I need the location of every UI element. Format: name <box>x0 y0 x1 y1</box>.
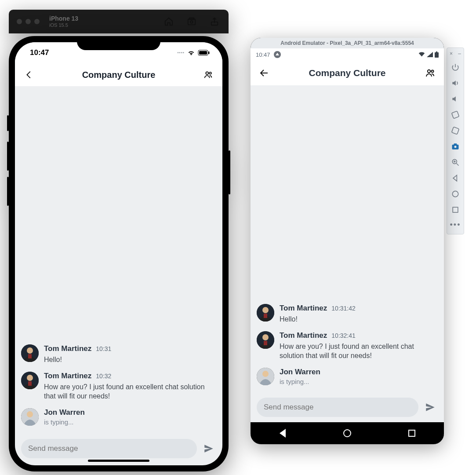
participants-button[interactable] <box>201 68 215 82</box>
nav-home-icon[interactable] <box>449 186 461 202</box>
message-input-wrap[interactable] <box>257 398 418 417</box>
app-header: Company Culture <box>251 61 444 85</box>
back-button[interactable] <box>22 68 36 82</box>
simulator-device-label: iPhone 13 iOS 15.5 <box>49 15 78 27</box>
message-time: 10:31:42 <box>331 305 356 312</box>
message-row: Tom Martinez 10:31 Hello! <box>21 344 216 365</box>
message-composer <box>251 395 444 422</box>
battery-icon <box>435 51 439 58</box>
svg-point-39 <box>452 191 458 197</box>
android-emulator: Android Emulator - Pixel_3a_API_31_arm64… <box>251 38 464 444</box>
send-button[interactable] <box>423 400 438 415</box>
svg-point-29 <box>262 371 269 377</box>
android-frame: Android Emulator - Pixel_3a_API_31_arm64… <box>251 38 444 444</box>
app-header: Company Culture <box>15 63 222 86</box>
message-input-wrap[interactable] <box>21 439 197 458</box>
nav-home-button[interactable] <box>342 428 352 438</box>
message-time: 10:32 <box>96 373 111 380</box>
message-input[interactable] <box>28 444 190 453</box>
ios-clock: 10:47 <box>30 48 49 57</box>
message-row: Tom Martinez 10:31:42 Hello! <box>257 304 438 324</box>
nav-back-icon[interactable] <box>449 170 461 186</box>
message-text: Hello! <box>280 314 438 324</box>
power-icon[interactable] <box>449 59 461 75</box>
window-traffic-lights[interactable] <box>17 19 40 24</box>
svg-point-2 <box>190 21 193 23</box>
svg-rect-31 <box>451 127 459 134</box>
typing-indicator-row: Jon Warren is typing... <box>257 368 438 385</box>
svg-point-20 <box>428 70 430 73</box>
emulator-side-toolbar: × – ••• <box>447 48 464 234</box>
svg-rect-14 <box>28 381 32 386</box>
rotate-right-icon[interactable] <box>449 123 461 139</box>
message-author: Tom Martinez <box>44 344 91 353</box>
send-button[interactable] <box>201 441 216 456</box>
more-icon[interactable]: ••• <box>450 220 461 230</box>
android-clock: 10:47 <box>256 51 270 58</box>
svg-point-33 <box>454 146 457 148</box>
toolbar-minimize-button[interactable]: – <box>458 51 461 57</box>
svg-rect-6 <box>208 51 210 54</box>
page-title: Company Culture <box>82 70 156 80</box>
wifi-icon <box>418 52 425 57</box>
iphone-simulator: iPhone 13 iOS 15.5 10:47 •••• <box>9 10 229 471</box>
avatar[interactable] <box>257 331 274 349</box>
cellular-dots-icon: •••• <box>177 51 185 55</box>
screenshot-icon[interactable] <box>185 15 199 29</box>
avatar[interactable] <box>257 304 274 322</box>
svg-rect-17 <box>435 52 439 58</box>
svg-point-21 <box>431 70 433 73</box>
page-title: Company Culture <box>309 68 385 78</box>
toolbar-close-button[interactable]: × <box>450 51 453 57</box>
message-time: 10:32:41 <box>331 332 356 339</box>
message-time: 10:31 <box>96 345 111 352</box>
avatar[interactable] <box>21 408 39 426</box>
expo-icon <box>274 51 281 58</box>
nav-recents-icon[interactable] <box>449 202 461 218</box>
back-button[interactable] <box>257 66 272 80</box>
rotate-left-icon[interactable] <box>449 107 461 123</box>
battery-icon <box>198 50 210 56</box>
nav-back-button[interactable] <box>278 428 287 438</box>
message-author: Tom Martinez <box>280 331 327 340</box>
participants-button[interactable] <box>423 66 438 80</box>
android-status-bar: 10:47 <box>251 48 444 61</box>
message-row: Tom Martinez 10:32 How are you? I just f… <box>21 372 216 401</box>
message-text: How are you? I just found an excellent c… <box>280 342 438 361</box>
svg-rect-30 <box>451 111 459 118</box>
avatar[interactable] <box>21 344 39 362</box>
device-name: iPhone 13 <box>49 15 78 22</box>
home-indicator[interactable] <box>88 460 149 462</box>
simulator-toolbar: iPhone 13 iOS 15.5 <box>9 10 229 33</box>
volume-up-icon[interactable] <box>449 75 461 91</box>
android-nav-bar <box>251 422 444 444</box>
svg-point-8 <box>209 72 211 74</box>
message-author: Tom Martinez <box>280 304 327 313</box>
svg-rect-27 <box>264 341 267 345</box>
svg-point-16 <box>27 411 33 417</box>
emulator-titlebar: Android Emulator - Pixel_3a_API_31_arm64… <box>251 38 444 48</box>
message-text: How are you? I just found an excellent c… <box>44 382 216 401</box>
message-input[interactable] <box>264 403 411 412</box>
typing-text: is typing... <box>280 378 438 385</box>
iphone-notch <box>77 36 160 50</box>
home-icon[interactable] <box>162 15 176 29</box>
avatar[interactable] <box>21 372 39 389</box>
avatar[interactable] <box>257 368 274 385</box>
message-row: Tom Martinez 10:32:41 How are you? I jus… <box>257 331 438 361</box>
share-icon[interactable] <box>207 15 222 29</box>
volume-down-icon[interactable] <box>449 91 461 107</box>
svg-rect-5 <box>199 51 207 55</box>
zoom-icon[interactable] <box>449 154 461 170</box>
iphone-frame: 10:47 •••• Company Culture Tom Marti <box>9 36 229 471</box>
typing-author: Jon Warren <box>44 408 85 417</box>
svg-rect-24 <box>264 314 267 318</box>
chat-scroll-area[interactable]: Tom Martinez 10:31:42 Hello! Tom Martine… <box>251 85 444 395</box>
nav-recents-button[interactable] <box>407 428 417 438</box>
svg-line-36 <box>457 164 459 166</box>
svg-point-13 <box>27 375 33 381</box>
svg-point-23 <box>262 307 269 313</box>
camera-icon[interactable] <box>449 139 461 154</box>
chat-scroll-area[interactable]: Tom Martinez 10:31 Hello! Tom Martinez 1… <box>15 86 222 436</box>
svg-rect-34 <box>454 143 457 145</box>
